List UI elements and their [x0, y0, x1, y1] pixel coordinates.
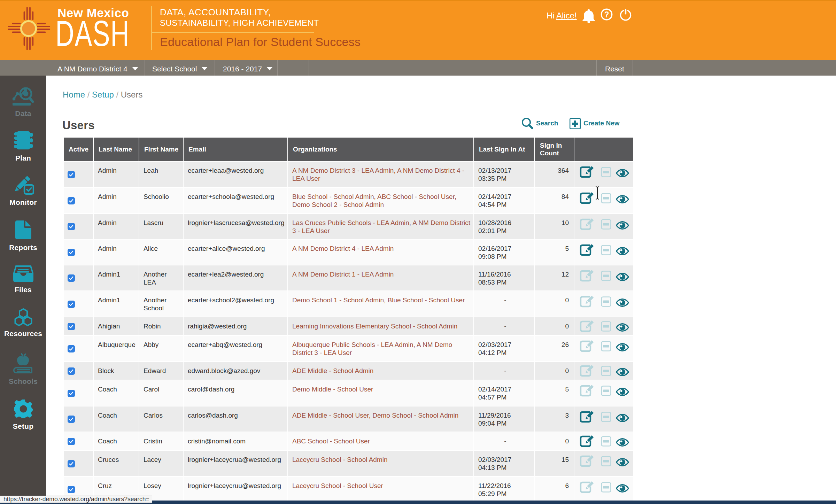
svg-text:?: ? — [604, 10, 609, 19]
